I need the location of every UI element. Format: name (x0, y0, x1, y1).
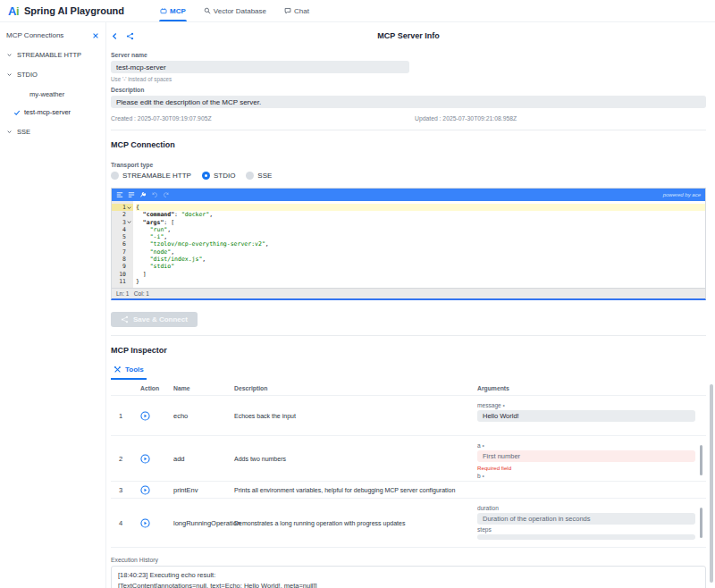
args-scrollbar[interactable] (700, 508, 702, 538)
gutter-line: 11 (112, 278, 133, 285)
nav-tab-vector-database[interactable]: Vector Database (195, 0, 275, 21)
editor-body[interactable]: 1234567891011 { "command": "docker", "ar… (112, 201, 705, 288)
log-line: [18:40:23] Executing echo result: (118, 570, 699, 581)
editor-code[interactable]: { "command": "docker", "args": [ "run", … (133, 201, 705, 288)
undo-button[interactable] (151, 191, 158, 198)
radio-circle-stdio[interactable] (202, 172, 210, 180)
redo-icon (163, 191, 170, 198)
code-line[interactable]: "dist/index.js", (136, 256, 705, 263)
action-cell (134, 518, 173, 528)
row-index: 2 (111, 455, 134, 463)
required-indicator: • (501, 402, 505, 408)
back-button[interactable] (111, 32, 119, 40)
json-config-editor: powered by ace 1234567891011 { "command"… (111, 188, 706, 300)
table-row-longrunningoperation: 4longRunningOperationDemonstrates a long… (111, 499, 706, 548)
run-tool-button[interactable] (140, 454, 150, 464)
close-sidebar-button[interactable] (92, 32, 99, 39)
argument-input[interactable]: Duration of the operation in seconds (477, 513, 695, 525)
save-and-connect-button[interactable]: Save & Connect (111, 312, 198, 327)
required-indicator: • (481, 442, 484, 449)
code-line[interactable]: "tzolov/mcp-everything-server:v2", (136, 240, 705, 248)
table-row-echo: 1echoEchoes back the inputmessage •Hello… (111, 396, 706, 436)
server-name-hint: Use '-' instead of spaces (111, 76, 706, 82)
row-index: 4 (111, 519, 134, 527)
table-row-printenv: 3printEnvPrints all environment variable… (111, 482, 706, 499)
tree-item-my-weather[interactable]: my-weather (29, 90, 99, 98)
radio-stdio[interactable]: STDIO (202, 172, 235, 180)
description-input[interactable]: Please edit the description of the MCP s… (111, 96, 706, 108)
powered-by-ace-link[interactable]: powered by ace (663, 192, 701, 197)
line-number: 6 (122, 240, 126, 248)
argument-input[interactable] (477, 534, 695, 540)
mcp-inspector-heading: MCP Inspector (111, 346, 706, 355)
code-line[interactable]: ] (136, 271, 705, 278)
radio-circle-streamable-http[interactable] (111, 172, 119, 180)
run-tool-button[interactable] (140, 411, 150, 421)
code-line[interactable]: "args": [ (136, 219, 705, 226)
execution-history-log[interactable]: [18:40:23] Executing echo result:[TextCo… (111, 566, 706, 588)
action-cell (134, 485, 173, 495)
tools-table: Action Name Description Arguments 1echoE… (111, 381, 706, 548)
code-line[interactable]: "-i", (136, 233, 705, 240)
gutter-line: 7 (112, 248, 133, 256)
chat-icon (284, 7, 291, 14)
line-number: 9 (122, 263, 126, 270)
error-message: Required field (477, 465, 695, 471)
run-tool-button[interactable] (140, 485, 150, 495)
tree-group-streamable-http[interactable]: STREAMABLE HTTP (6, 51, 99, 59)
code-line[interactable]: "node", (136, 248, 705, 256)
server-name-input[interactable]: test-mcp-server (111, 61, 409, 73)
radio-streamable-http[interactable]: STREAMABLE HTTP (111, 172, 191, 180)
code-line[interactable]: "command": "docker", (136, 211, 705, 218)
tools-icon (114, 365, 122, 374)
argument-label: duration (477, 505, 695, 511)
redo-button[interactable] (163, 191, 170, 198)
fold-toggle-icon[interactable] (126, 219, 132, 225)
gutter-line: 2 (112, 211, 133, 218)
code-line[interactable]: "run", (136, 226, 705, 233)
code-line[interactable]: "stdio" (136, 263, 705, 270)
code-token (136, 248, 150, 256)
share-button[interactable] (126, 32, 134, 40)
tool-name: longRunningOperation (173, 519, 234, 527)
gutter-line: 3 (112, 219, 133, 226)
gutter-line: 9 (112, 263, 133, 270)
code-line[interactable]: } (136, 278, 705, 285)
nav-tab-mcp[interactable]: MCP (151, 0, 195, 21)
code-token (136, 226, 150, 233)
repair-button[interactable] (139, 191, 147, 198)
tree-item-label: my-weather (29, 90, 64, 98)
format-button[interactable] (116, 191, 123, 198)
gutter-line: 1 (112, 204, 133, 211)
action-cell (134, 454, 173, 464)
tree-group-stdio[interactable]: STDIO (6, 71, 99, 79)
tree-group-sse[interactable]: SSE (6, 128, 99, 136)
page-scrollbar[interactable] (710, 384, 713, 583)
top-navbar: Ai Spring AI Playground MCPVector Databa… (0, 0, 715, 22)
tab-tools[interactable]: Tools (111, 362, 147, 380)
spring-ai-logo: Ai (8, 4, 19, 18)
tree-group-label: STDIO (17, 71, 38, 79)
radio-circle-sse[interactable] (246, 172, 254, 180)
code-token (136, 263, 150, 270)
radio-sse[interactable]: SSE (246, 172, 272, 180)
editor-toolbar-buttons (116, 191, 170, 198)
argument-input[interactable]: Hello World! (477, 410, 695, 422)
undo-icon (151, 191, 158, 198)
nav-tab-chat[interactable]: Chat (275, 0, 318, 21)
line-number: 11 (119, 278, 126, 285)
code-line[interactable]: { (136, 204, 705, 211)
tree-item-test-mcp-server[interactable]: test-mcp-server (13, 108, 99, 116)
sidebar-title: MCP Connections (6, 31, 63, 39)
fold-toggle-icon[interactable] (126, 205, 132, 211)
argument-input[interactable]: First number (477, 450, 695, 462)
tool-name: echo (173, 412, 234, 420)
args-scrollbar[interactable] (700, 445, 702, 475)
tool-description: Adds two numbers (234, 456, 477, 462)
run-tool-button[interactable] (140, 518, 150, 528)
code-token (136, 233, 150, 240)
col-header-description: Description (234, 385, 477, 391)
compact-button[interactable] (128, 191, 135, 198)
nav-tab-label-chat: Chat (294, 7, 309, 15)
mcp-connection-heading: MCP Connection (111, 140, 706, 149)
